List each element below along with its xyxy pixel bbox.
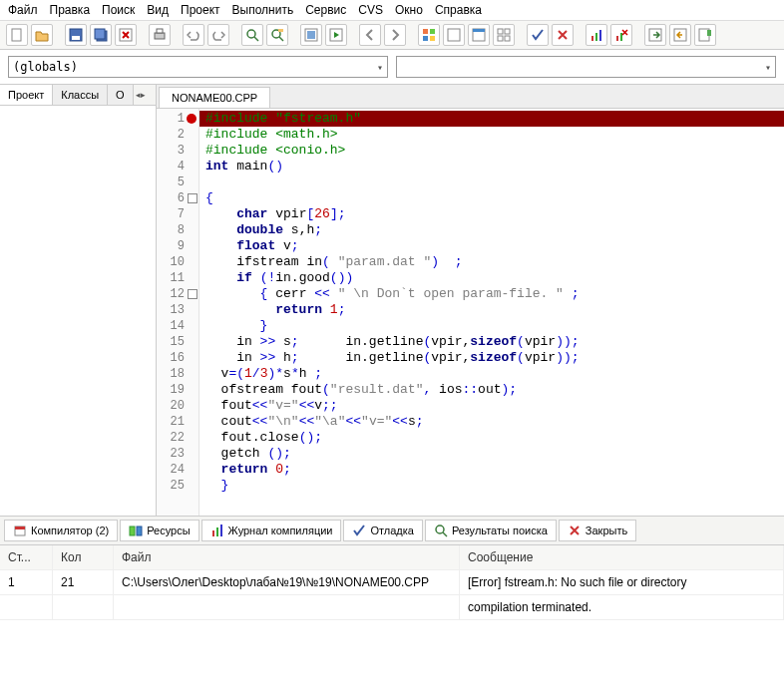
main-toolbar bbox=[0, 21, 784, 50]
code-line[interactable]: fout.close(); bbox=[199, 430, 784, 446]
svg-rect-37 bbox=[137, 526, 142, 535]
save-icon[interactable] bbox=[65, 24, 87, 46]
svg-rect-40 bbox=[220, 525, 222, 536]
new-file-icon[interactable] bbox=[6, 24, 28, 46]
col-file[interactable]: Файл bbox=[114, 545, 460, 569]
menu-поиск[interactable]: Поиск bbox=[102, 3, 135, 17]
minimize-icon[interactable] bbox=[443, 24, 465, 46]
code-line[interactable]: { cerr << " \n Don`t open param-file. " … bbox=[199, 286, 784, 302]
forward-icon[interactable] bbox=[384, 24, 406, 46]
code-line[interactable]: in >> h; in.getline(vpir,sizeof(vpir)); bbox=[199, 350, 784, 366]
close-project-icon[interactable] bbox=[115, 24, 137, 46]
code-line[interactable]: v=(1/3)*s*h ; bbox=[199, 366, 784, 382]
bottom-tab[interactable]: Компилятор (2) bbox=[4, 520, 118, 541]
code-line[interactable]: #include <conio.h> bbox=[199, 143, 784, 159]
bottom-tab[interactable]: Отладка bbox=[343, 520, 422, 541]
menu-файл[interactable]: Файл bbox=[8, 3, 38, 17]
tab-scroll[interactable]: ◂▸ bbox=[134, 85, 148, 105]
save-all-icon[interactable] bbox=[90, 24, 112, 46]
tab-label: Отладка bbox=[370, 525, 413, 536]
file-tab-noname[interactable]: NONAME00.CPP bbox=[159, 87, 270, 108]
line-number: 10 bbox=[157, 254, 198, 270]
cancel-icon[interactable] bbox=[552, 24, 574, 46]
col-col[interactable]: Кол bbox=[53, 545, 114, 569]
code-line[interactable]: #include "fstream.h" bbox=[199, 111, 784, 127]
code-line[interactable]: return 1; bbox=[199, 302, 784, 318]
undo-icon[interactable] bbox=[183, 24, 204, 46]
code-line[interactable]: ifstream in( "param.dat ") ; bbox=[199, 254, 784, 270]
grid-icon[interactable] bbox=[493, 24, 515, 46]
line-number: 6 bbox=[157, 190, 198, 206]
col-message[interactable]: Сообщение bbox=[460, 545, 784, 569]
globals-combo[interactable]: (globals)▾ bbox=[8, 56, 388, 78]
code-line[interactable]: double s,h; bbox=[199, 222, 784, 238]
line-number: 13 bbox=[157, 302, 198, 318]
code-line[interactable]: fout<<"v="<<v;; bbox=[199, 398, 784, 414]
code-line[interactable]: in >> s; in.getline(vpir,sizeof(vpir)); bbox=[199, 334, 784, 350]
svg-rect-29 bbox=[620, 33, 622, 41]
check-icon[interactable] bbox=[527, 24, 549, 46]
col-line[interactable]: Ст... bbox=[0, 545, 53, 569]
menu-справка[interactable]: Справка bbox=[435, 3, 482, 17]
table-row[interactable]: 121C:\Users\Олег\Desktop\лаба№19\№19\NON… bbox=[0, 570, 784, 595]
windows-icon[interactable] bbox=[418, 24, 440, 46]
insert-icon[interactable] bbox=[669, 24, 691, 46]
code-line[interactable]: } bbox=[199, 478, 784, 494]
tab-label: Журнал компиляции bbox=[228, 525, 333, 536]
code-line[interactable]: } bbox=[199, 318, 784, 334]
code-line[interactable] bbox=[199, 175, 784, 190]
menu-выполнить[interactable]: Выполнить bbox=[232, 3, 294, 17]
line-number: 8 bbox=[157, 222, 198, 238]
bottom-tab[interactable]: Журнал компиляции bbox=[201, 520, 342, 541]
code-line[interactable]: getch (); bbox=[199, 446, 784, 462]
back-icon[interactable] bbox=[359, 24, 381, 46]
print-icon[interactable] bbox=[149, 24, 171, 46]
replace-icon[interactable] bbox=[266, 24, 288, 46]
svg-rect-38 bbox=[212, 530, 214, 536]
line-number: 9 bbox=[157, 238, 198, 254]
code-line[interactable]: return 0; bbox=[199, 462, 784, 478]
code-line[interactable]: ofstream fout("result.dat", ios::out); bbox=[199, 382, 784, 398]
run-icon[interactable] bbox=[325, 24, 347, 46]
open-file-icon[interactable] bbox=[31, 24, 53, 46]
bottom-tab[interactable]: Закрыть bbox=[559, 520, 636, 541]
menu-вид[interactable]: Вид bbox=[147, 3, 169, 17]
svg-rect-28 bbox=[616, 36, 618, 41]
bottom-tab[interactable]: Ресурсы bbox=[120, 520, 198, 541]
code-line[interactable]: int main() bbox=[199, 159, 784, 175]
code-area[interactable]: 123456789101112131415161819202122232425 … bbox=[157, 109, 784, 516]
tab-label: Ресурсы bbox=[147, 525, 190, 536]
tab-other[interactable]: О bbox=[108, 85, 134, 105]
maximize-icon[interactable] bbox=[468, 24, 490, 46]
code-line[interactable]: char vpir[26]; bbox=[199, 206, 784, 222]
code-line[interactable]: float v; bbox=[199, 238, 784, 254]
delete-chart-icon[interactable] bbox=[610, 24, 632, 46]
menu-окно[interactable]: Окно bbox=[395, 3, 423, 17]
code-lines[interactable]: #include "fstream.h"#include <math.h>#in… bbox=[199, 109, 784, 516]
bookmark-icon[interactable] bbox=[694, 24, 716, 46]
svg-rect-2 bbox=[72, 36, 80, 40]
tab-label: Закрыть bbox=[586, 525, 627, 536]
bottom-tab[interactable]: Результаты поиска bbox=[425, 520, 557, 541]
tab-project[interactable]: Проект bbox=[0, 85, 53, 105]
scope-bar: (globals)▾ ▾ bbox=[0, 50, 784, 85]
tab-classes[interactable]: Классы bbox=[53, 85, 108, 105]
svg-rect-22 bbox=[505, 29, 510, 34]
menu-cvs[interactable]: CVS bbox=[358, 3, 383, 17]
grid-header: Ст... Кол Файл Сообщение bbox=[0, 545, 784, 570]
code-line[interactable]: cout<<"\n"<<"\a"<<"v="<<s; bbox=[199, 414, 784, 430]
compile-icon[interactable] bbox=[300, 24, 322, 46]
code-line[interactable]: { bbox=[199, 190, 784, 206]
redo-icon[interactable] bbox=[207, 24, 229, 46]
menu-правка[interactable]: Правка bbox=[50, 3, 91, 17]
find-icon[interactable] bbox=[241, 24, 263, 46]
goto-icon[interactable] bbox=[644, 24, 666, 46]
code-line[interactable]: if (!in.good()) bbox=[199, 270, 784, 286]
code-line[interactable]: #include <math.h> bbox=[199, 127, 784, 143]
members-combo[interactable]: ▾ bbox=[396, 56, 776, 78]
table-row[interactable]: compilation terminated. bbox=[0, 595, 784, 620]
chart-icon[interactable] bbox=[586, 24, 607, 46]
line-number: 2 bbox=[157, 127, 198, 143]
menu-проект[interactable]: Проект bbox=[181, 3, 220, 17]
menu-сервис[interactable]: Сервис bbox=[305, 3, 346, 17]
